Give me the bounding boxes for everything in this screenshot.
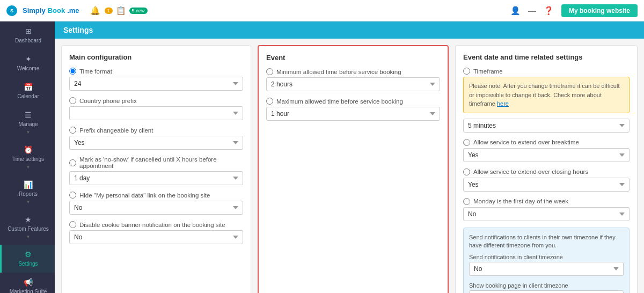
time-format-label: Time format	[69, 68, 243, 75]
noshow-group: Mark as 'no-show' if cancelled until X h…	[69, 156, 243, 185]
time-format-select[interactable]: 24	[69, 77, 243, 91]
time-format-group: Time format 24	[69, 68, 243, 91]
sidebar-item-settings[interactable]: ⚙ Settings	[0, 245, 55, 273]
help-icon[interactable]: ❓	[544, 6, 554, 16]
cookie-banner-group: Disable cookie banner notification on th…	[69, 221, 243, 244]
sidebar-item-label: Manage	[18, 121, 38, 128]
chevron-down-icon: ▼	[26, 165, 31, 170]
sidebar-item-time-settings[interactable]: ⏰ Time settings ▼	[0, 140, 55, 175]
country-phone-radio[interactable]	[69, 97, 76, 104]
timeframe-label: Timeframe	[463, 68, 630, 75]
main-config-title: Main configuration	[69, 53, 243, 61]
hide-personal-select[interactable]: No	[69, 201, 243, 215]
prefix-changeable-select[interactable]: Yes	[69, 136, 243, 150]
min-time-label: Minimum allowed time before service book…	[266, 68, 440, 75]
sidebar-item-calendar[interactable]: 📅 Calendar	[0, 77, 55, 105]
logo-icon: S	[6, 5, 17, 16]
monday-first-group: Monday is the first day of the week No	[463, 198, 630, 221]
settings-body: Main configuration Time format 24 Co	[55, 39, 644, 293]
timeframe-select[interactable]: 5 minutes	[463, 119, 630, 133]
extend-break-label: Allow service to extend over breaktime	[463, 139, 630, 146]
sidebar-item-custom-features[interactable]: ★ Custom Features ▼	[0, 210, 55, 245]
sidebar-item-label: Settings	[18, 261, 38, 267]
sidebar-item-dashboard[interactable]: ⊞ Dashboard	[0, 21, 55, 49]
hide-personal-radio[interactable]	[69, 192, 76, 199]
notify-box: Send notifications to clients in their o…	[463, 228, 630, 294]
max-time-group: Maximum allowed time before service book…	[266, 98, 440, 121]
logo-text: SimplyBook.me	[23, 6, 79, 14]
max-time-label: Maximum allowed time before service book…	[266, 98, 440, 105]
sidebar-item-label: Marketing Suite	[10, 289, 47, 293]
extend-break-select[interactable]: Yes	[463, 148, 630, 162]
min-time-radio[interactable]	[266, 68, 273, 75]
hide-personal-group: Hide "My personal data" link on the book…	[69, 192, 243, 215]
timeframe-alert: Please note! After you change timeframe …	[463, 77, 630, 113]
bell-icon[interactable]: 🔔	[90, 6, 100, 16]
extend-closing-select[interactable]: Yes	[463, 178, 630, 192]
event-panel: Event Minimum allowed time before servic…	[258, 45, 449, 293]
sidebar-item-label: Dashboard	[15, 38, 41, 44]
chevron-down-icon: ▼	[26, 130, 31, 135]
noshow-select[interactable]: 1 day	[69, 171, 243, 185]
sidebar-item-welcome[interactable]: ✦ Welcome	[0, 49, 55, 77]
noshow-radio[interactable]	[69, 159, 76, 166]
monday-first-select[interactable]: No	[463, 207, 630, 221]
booking-website-button[interactable]: My booking website	[561, 4, 638, 17]
country-phone-label: Country phone prefix	[69, 97, 243, 104]
monday-first-radio[interactable]	[463, 198, 470, 205]
prefix-changeable-radio[interactable]	[69, 127, 76, 134]
bell-badge: 1	[105, 8, 113, 14]
notify-box-text: Send notifications to clients in their o…	[469, 233, 624, 250]
sidebar-item-reports[interactable]: 📊 Reports ▼	[0, 175, 55, 210]
marketing-icon: 📢	[24, 278, 33, 287]
notify-client-tz-label: Send notifications in client timezone	[469, 254, 624, 260]
show-booking-tz-label: Show booking page in client timezone	[469, 282, 624, 289]
notify-client-tz-select[interactable]: No	[469, 262, 624, 276]
extend-break-group: Allow service to extend over breaktime Y…	[463, 139, 630, 162]
show-booking-tz-select[interactable]: No	[469, 290, 624, 293]
monday-first-label: Monday is the first day of the week	[463, 198, 630, 205]
custom-features-icon: ★	[25, 215, 32, 224]
sidebar-item-manage[interactable]: ☰ Manage ▼	[0, 105, 55, 140]
show-booking-tz-group: Show booking page in client timezone No	[469, 282, 624, 293]
extend-closing-radio[interactable]	[463, 169, 470, 175]
country-phone-group: Country phone prefix	[69, 97, 243, 120]
user-icon[interactable]: 👤	[510, 6, 521, 16]
sidebar-item-label: Custom Features	[8, 226, 49, 232]
welcome-icon: ✦	[25, 55, 32, 63]
country-phone-select[interactable]	[69, 106, 243, 120]
top-navbar: S SimplyBook.me 🔔 1 📋 5 new 👤 — ❓ My boo…	[0, 0, 644, 21]
content-area: Settings Main configuration Time format …	[55, 21, 644, 293]
timeframe-here-link[interactable]: here	[497, 100, 509, 107]
new-badge: 5 new	[129, 8, 148, 14]
cookie-banner-label: Disable cookie banner notification on th…	[69, 221, 243, 228]
timeframe-group: Timeframe Please note! After you change …	[463, 68, 630, 133]
max-time-select[interactable]: 1 hour	[266, 107, 440, 121]
sidebar-item-label: Calendar	[17, 93, 39, 100]
timeframe-radio[interactable]	[463, 68, 470, 75]
calendar-nav-icon: 📅	[24, 83, 33, 91]
sidebar-item-marketing-suite[interactable]: 📢 Marketing Suite	[0, 273, 55, 293]
min-time-group: Minimum allowed time before service book…	[266, 68, 440, 91]
chevron-down-icon: ▼	[26, 200, 31, 204]
datetime-title: Event date and time related settings	[463, 53, 630, 61]
extend-closing-group: Allow service to extend over closing hou…	[463, 169, 630, 192]
time-settings-icon: ⏰	[24, 145, 33, 154]
max-time-radio[interactable]	[266, 98, 273, 105]
sidebar: ⊞ Dashboard ✦ Welcome 📅 Calendar ☰ Manag…	[0, 21, 55, 293]
sidebar-item-label: Welcome	[17, 65, 40, 72]
event-title: Event	[266, 54, 440, 62]
extend-break-radio[interactable]	[463, 139, 470, 146]
datetime-panel: Event date and time related settings Tim…	[455, 45, 638, 293]
cookie-banner-radio[interactable]	[69, 221, 76, 228]
calendar-icon[interactable]: 📋	[116, 6, 126, 16]
dashboard-icon: ⊞	[25, 27, 32, 35]
chevron-down-icon: ▼	[26, 235, 31, 239]
noshow-label: Mark as 'no-show' if cancelled until X h…	[69, 156, 243, 169]
sidebar-item-label: Time settings	[12, 156, 44, 163]
min-time-select[interactable]: 2 hours	[266, 77, 440, 91]
time-format-radio[interactable]	[69, 68, 76, 75]
manage-icon: ☰	[25, 111, 32, 119]
minus-icon[interactable]: —	[528, 6, 536, 15]
cookie-banner-select[interactable]: No	[69, 230, 243, 244]
